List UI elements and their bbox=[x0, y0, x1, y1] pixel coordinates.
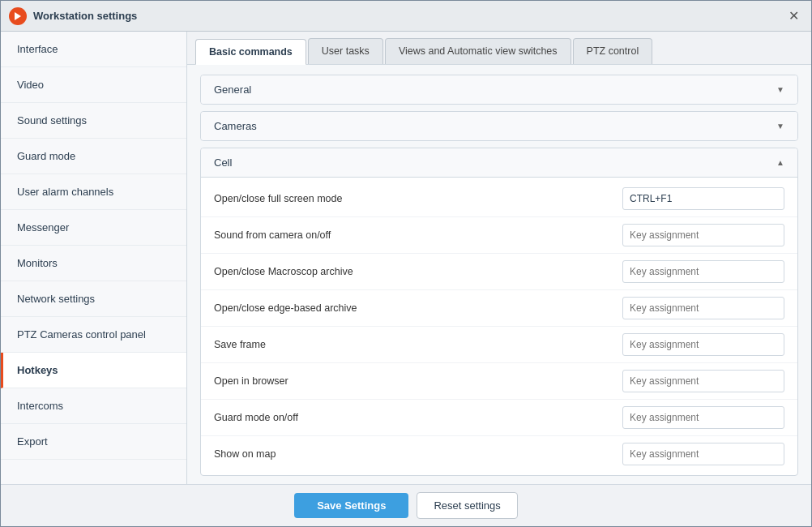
tab-user-tasks[interactable]: User tasks bbox=[308, 38, 383, 64]
key-label-open-close-macroscop: Open/close Macroscop archive bbox=[214, 266, 622, 277]
tab-basic-commands[interactable]: Basic commands bbox=[195, 39, 306, 65]
sidebar: InterfaceVideoSound settingsGuard modeUs… bbox=[1, 32, 187, 484]
app-icon bbox=[9, 7, 27, 25]
key-input-save-frame[interactable] bbox=[622, 333, 784, 356]
accordion-header-cell[interactable]: Cell▲ bbox=[201, 148, 797, 178]
tab-views-and-auto[interactable]: Views and Automatic view switches bbox=[385, 38, 571, 64]
tab-content: General▼Cameras▼Cell▲Open/close full scr… bbox=[187, 65, 811, 484]
accordion-body-cell: Open/close full screen modeSound from ca… bbox=[201, 178, 797, 475]
key-row-open-close-macroscop: Open/close Macroscop archive bbox=[201, 254, 797, 290]
accordion-general: General▼ bbox=[200, 75, 798, 105]
key-label-show-on-map: Show on map bbox=[214, 448, 622, 460]
accordion-chevron-cell: ▲ bbox=[776, 158, 784, 167]
sidebar-item-export[interactable]: Export bbox=[1, 424, 186, 460]
accordion-chevron-general: ▼ bbox=[776, 85, 784, 94]
sidebar-item-sound-settings[interactable]: Sound settings bbox=[1, 103, 186, 139]
key-row-sound-camera: Sound from camera on/off bbox=[201, 217, 797, 254]
footer: Save Settings Reset settings bbox=[1, 484, 811, 526]
content-area: InterfaceVideoSound settingsGuard modeUs… bbox=[1, 32, 811, 484]
key-input-open-close-fullscreen[interactable] bbox=[622, 187, 784, 210]
sidebar-item-video[interactable]: Video bbox=[1, 67, 186, 103]
sidebar-item-intercoms[interactable]: Intercoms bbox=[1, 388, 186, 424]
key-row-open-close-fullscreen: Open/close full screen mode bbox=[201, 181, 797, 217]
sidebar-item-user-alarm-channels[interactable]: User alarm channels bbox=[1, 174, 186, 210]
sidebar-item-ptz-cameras-control-panel[interactable]: PTZ Cameras control panel bbox=[1, 317, 186, 353]
window-title: Workstation settings bbox=[33, 10, 137, 22]
accordion-label-cameras: Cameras bbox=[214, 120, 257, 132]
key-input-guard-mode-onoff[interactable] bbox=[622, 406, 784, 429]
svg-marker-0 bbox=[15, 12, 21, 20]
sidebar-item-network-settings[interactable]: Network settings bbox=[1, 281, 186, 317]
accordion-header-cameras[interactable]: Cameras▼ bbox=[201, 112, 797, 140]
key-row-guard-mode-onoff: Guard mode on/off bbox=[201, 400, 797, 436]
key-input-open-close-macroscop[interactable] bbox=[622, 260, 784, 283]
sidebar-item-messenger[interactable]: Messenger bbox=[1, 210, 186, 246]
key-row-open-in-browser: Open in browser bbox=[201, 363, 797, 400]
key-label-save-frame: Save frame bbox=[214, 339, 622, 350]
title-bar-left: Workstation settings bbox=[9, 7, 137, 25]
key-row-open-close-edge: Open/close edge-based archive bbox=[201, 290, 797, 327]
accordion-cell: Cell▲Open/close full screen modeSound fr… bbox=[200, 148, 798, 476]
key-input-sound-camera[interactable] bbox=[622, 224, 784, 246]
accordion-label-general: General bbox=[214, 84, 251, 96]
key-label-sound-camera: Sound from camera on/off bbox=[214, 229, 622, 241]
key-input-show-on-map[interactable] bbox=[622, 443, 784, 465]
key-input-open-close-edge[interactable] bbox=[622, 297, 784, 319]
key-row-save-frame: Save frame bbox=[201, 327, 797, 363]
workstation-settings-window: Workstation settings ✕ InterfaceVideoSou… bbox=[0, 0, 812, 527]
key-label-open-close-edge: Open/close edge-based archive bbox=[214, 302, 622, 314]
accordion-chevron-cameras: ▼ bbox=[776, 122, 784, 131]
save-settings-button[interactable]: Save Settings bbox=[294, 493, 408, 518]
key-label-open-close-fullscreen: Open/close full screen mode bbox=[214, 193, 622, 204]
tab-ptz-control[interactable]: PTZ control bbox=[573, 38, 653, 64]
sidebar-item-hotkeys[interactable]: Hotkeys bbox=[1, 353, 186, 388]
key-input-open-in-browser[interactable] bbox=[622, 370, 784, 392]
title-bar: Workstation settings ✕ bbox=[1, 1, 811, 32]
main-panel: Basic commandsUser tasksViews and Automa… bbox=[187, 32, 811, 484]
tabs-bar: Basic commandsUser tasksViews and Automa… bbox=[187, 32, 811, 65]
accordion-header-general[interactable]: General▼ bbox=[201, 75, 797, 104]
key-label-guard-mode-onoff: Guard mode on/off bbox=[214, 412, 622, 423]
sidebar-item-guard-mode[interactable]: Guard mode bbox=[1, 139, 186, 174]
accordion-cameras: Cameras▼ bbox=[200, 111, 798, 141]
close-button[interactable]: ✕ bbox=[784, 6, 803, 26]
key-row-show-on-map: Show on map bbox=[201, 436, 797, 472]
sidebar-item-monitors[interactable]: Monitors bbox=[1, 246, 186, 281]
accordion-label-cell: Cell bbox=[214, 156, 232, 169]
reset-settings-button[interactable]: Reset settings bbox=[417, 492, 517, 519]
sidebar-item-interface[interactable]: Interface bbox=[1, 32, 186, 67]
key-label-open-in-browser: Open in browser bbox=[214, 375, 622, 387]
